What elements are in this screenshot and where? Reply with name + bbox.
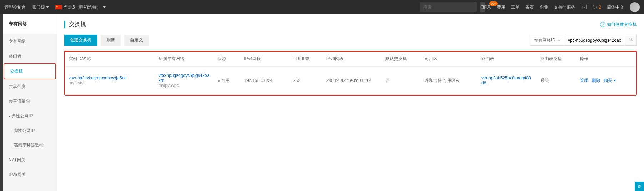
cost-link[interactable]: 费用 — [497, 4, 505, 10]
avatar[interactable] — [630, 2, 640, 12]
search-input[interactable] — [420, 5, 480, 10]
help-link[interactable]: 如何创建交换机 — [600, 21, 637, 28]
sidebar-title: 专有网络 — [3, 14, 57, 34]
global-search — [420, 2, 477, 12]
cart-icon — [593, 5, 598, 10]
col-ipv6: IPv6网段 — [323, 52, 382, 67]
account-label: 账号级 — [32, 4, 45, 10]
ipv6-cell: 2408:4004:1e0:d01::/64 — [323, 67, 382, 95]
buy-label: 购买 — [604, 78, 612, 84]
page-title: 交换机 — [64, 21, 86, 28]
filter-value-input[interactable] — [564, 35, 625, 46]
workorder-link[interactable]: 工单 — [511, 4, 520, 10]
status-dot-icon — [218, 80, 220, 82]
vpc-id-link[interactable]: vpc-hp3gsogoyc6pigs42oaxm — [159, 73, 210, 83]
col-status: 状态 — [214, 52, 240, 67]
sidebar-item-nat[interactable]: NAT网关 — [3, 153, 57, 167]
svg-point-4 — [594, 9, 595, 9]
search-icon — [629, 37, 633, 41]
region-selector[interactable]: 华北5（呼和浩特） — [55, 4, 106, 10]
support-link[interactable]: 支持与服务 — [554, 4, 575, 10]
filter-search-button[interactable] — [625, 35, 637, 46]
svg-rect-2 — [581, 5, 587, 9]
instance-id-link[interactable]: vsw-hp3cvkaqmpxmhcyxje5nd — [69, 75, 151, 80]
cart-link[interactable]: 2 — [593, 5, 601, 10]
table-header-row: 实例ID/名称 所属专有网络 状态 IPv4网段 可用IP数 IPv6网段 默认… — [65, 52, 636, 67]
filing-link[interactable]: 备案 — [525, 4, 534, 10]
caret-down-icon — [558, 40, 560, 41]
sidebar: 专有网络 专有网络 路由表 交换机 共享带宽 共享流量包 弹性公网IP 弹性公网… — [3, 14, 57, 191]
default-cell: 否 — [385, 78, 390, 83]
buy-action[interactable]: 购买 — [604, 78, 616, 84]
filter-type-label: 专有网络ID — [534, 37, 555, 43]
sidebar-item-monitor[interactable]: 高精度秒级监控 — [3, 138, 57, 153]
ipv4-cell: 192.168.0.0/24 — [240, 67, 290, 95]
terminal-icon[interactable] — [581, 4, 587, 10]
messages-badge: 99+ — [489, 1, 498, 6]
table-row: vsw-hp3cvkaqmpxmhcyxje5nd myfirstvs vpc-… — [65, 67, 636, 95]
filter-type-dropdown[interactable]: 专有网络ID — [530, 35, 564, 46]
col-instance: 实例ID/名称 — [65, 52, 155, 67]
zone-cell: 呼和浩特 可用区A — [421, 67, 478, 95]
china-flag-icon — [55, 5, 62, 9]
col-ops: 操作 — [576, 52, 636, 67]
caret-down-icon — [103, 6, 106, 8]
delete-action[interactable]: 删除 — [592, 78, 600, 83]
col-ipv4: IPv4网段 — [240, 52, 290, 67]
col-zone: 可用区 — [421, 52, 478, 67]
col-default: 默认交换机 — [382, 52, 421, 67]
svg-line-7 — [631, 40, 633, 41]
custom-button[interactable]: 自定义 — [124, 35, 149, 46]
routetable-link[interactable]: vtb-hp3sh525px8aantpf88d8 — [481, 75, 533, 85]
filter-group: 专有网络ID — [530, 35, 637, 46]
left-dark-strip — [0, 14, 3, 191]
action-bar: 创建交换机 刷新 自定义 专有网络ID — [57, 35, 644, 51]
float-help-widget[interactable]: 咨 — [635, 182, 644, 191]
sidebar-item-eip-group[interactable]: 弹性公网IP — [3, 109, 57, 123]
col-routetable: 路由表 — [478, 52, 537, 67]
col-ipcount: 可用IP数 — [290, 52, 323, 67]
ipcount-cell: 252 — [290, 67, 323, 95]
language-selector[interactable]: 简体中文 — [607, 4, 624, 10]
sidebar-item-ipv6[interactable]: IPv6网关 — [3, 167, 57, 182]
vswitch-table: 实例ID/名称 所属专有网络 状态 IPv4网段 可用IP数 IPv6网段 默认… — [65, 52, 636, 95]
routetype-cell: 系统 — [537, 67, 576, 95]
refresh-button[interactable]: 刷新 — [101, 35, 121, 46]
sidebar-item-bandwidth[interactable]: 共享带宽 — [3, 79, 57, 94]
page-header: 交换机 如何创建交换机 — [57, 14, 644, 35]
manage-action[interactable]: 管理 — [580, 78, 588, 83]
vpc-name: myipv6vpc — [159, 83, 210, 88]
console-link[interactable]: 管理控制台 — [4, 4, 26, 10]
sidebar-item-vpc[interactable]: 专有网络 — [3, 34, 57, 49]
sidebar-item-traffic[interactable]: 共享流量包 — [3, 94, 57, 109]
content-area: 交换机 如何创建交换机 创建交换机 刷新 自定义 专有网络ID — [57, 14, 644, 191]
top-bar: 管理控制台 账号级 华北5（呼和浩特） 消息 99+ 费用 工单 备案 企业 支… — [0, 0, 644, 14]
col-vpc: 所属专有网络 — [155, 52, 214, 67]
account-dropdown[interactable]: 账号级 — [32, 4, 49, 10]
sidebar-item-switch[interactable]: 交换机 — [4, 63, 56, 79]
sidebar-item-eip[interactable]: 弹性公网IP — [3, 123, 57, 138]
caret-down-icon — [46, 6, 49, 8]
instance-name: myfirstvs — [69, 80, 151, 85]
caret-down-icon — [613, 80, 616, 81]
sidebar-item-route[interactable]: 路由表 — [3, 49, 57, 63]
status-text: 可用 — [221, 78, 230, 83]
region-label: 华北5（呼和浩特） — [64, 4, 101, 10]
enterprise-link[interactable]: 企业 — [540, 4, 548, 10]
topbar-right: 消息 99+ 费用 工单 备案 企业 支持与服务 2 简体中文 — [483, 2, 640, 12]
create-button[interactable]: 创建交换机 — [64, 35, 97, 46]
cart-count: 2 — [599, 5, 601, 10]
table-container: 实例ID/名称 所属专有网络 状态 IPv4网段 可用IP数 IPv6网段 默认… — [64, 52, 637, 96]
svg-point-5 — [596, 9, 597, 9]
topbar-left: 管理控制台 账号级 华北5（呼和浩特） — [4, 4, 106, 10]
col-routetype: 路由表类型 — [537, 52, 576, 67]
messages-link[interactable]: 消息 99+ — [483, 4, 491, 10]
svg-point-6 — [629, 38, 632, 41]
